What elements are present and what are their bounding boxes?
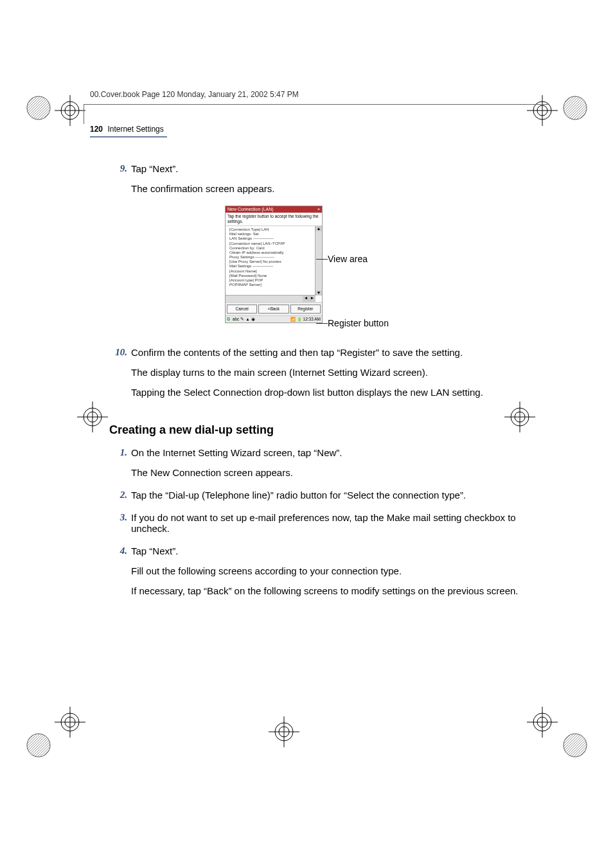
register-button[interactable]: Register [290,305,321,314]
list-item: [Account type] POP [229,278,314,283]
body-text: Tap the “Dial-up (Telephone line)” radio… [131,490,527,500]
body-text: The New Connection screen appears. [131,467,527,478]
list-item: [Use Proxy Server] No proxies [229,260,314,264]
close-icon[interactable]: × [317,207,320,212]
list-item: [Connection Type] LAN [229,227,314,232]
svg-point-30 [27,734,50,757]
running-head: 120 Internet Settings [90,125,527,137]
step-number: 1. [109,447,131,487]
list-item: [Mail Password] None [229,274,314,278]
cancel-button[interactable]: Cancel [227,305,257,314]
device-screenshot: New Connection (LAN) × Tap the register … [225,206,323,323]
status-icons: G G abc ✎ ▲ ●abc✎▲◉ [227,317,256,322]
list-item: Mail settings: Set [229,232,314,236]
svg-point-31 [564,734,587,757]
svg-point-28 [27,96,50,120]
body-text: If necessary, tap “Back” on the followin… [131,585,527,596]
hatched-circle-icon [562,732,588,758]
hatched-circle-icon [26,732,51,758]
list-item: LAN Settings ---------------- [229,236,314,241]
dialog-intro: Tap the register button to accept the fo… [226,213,322,226]
section-heading: Creating a new dial-up setting [109,423,527,437]
step-number: 9. [109,163,131,203]
body-text: Fill out the following screens according… [131,565,527,576]
body-text: Confirm the contents of the setting and … [131,347,527,358]
step-number: 2. [109,490,131,509]
body-text: The display turns to the main screen (In… [131,367,527,378]
hatched-circle-icon [562,95,588,121]
scroll-up-icon[interactable]: ▲ [315,226,322,231]
scroll-left-icon[interactable]: ◄ [303,296,309,302]
frame-header: 00.Cover.book Page 120 Monday, January 2… [90,90,527,99]
settings-list: [Connection Type] LAN Mail settings: Set… [226,226,322,288]
body-text: The confirmation screen appears. [131,183,527,194]
status-right: 📶 🔋 12:33 AM [290,317,321,322]
list-item: Proxy Settings --------------- [229,255,314,260]
list-item: Obtain IP address automatically [229,251,314,255]
step-number: 10. [109,347,131,407]
svg-point-29 [564,96,587,120]
list-item: Connection by: Card [229,246,314,251]
vertical-scrollbar[interactable]: ▲ ▼ [315,226,322,296]
reg-mark-icon [55,95,85,126]
list-item: POP/IMAP Server] [229,283,314,287]
step-number: 3. [109,512,131,543]
reg-mark-icon [269,716,299,747]
callout-view-area: View area [328,254,368,264]
horizontal-scrollbar[interactable]: ◄ ► [226,295,315,302]
list-item: Mail Settings ---------------- [229,264,314,269]
reg-mark-icon [55,707,85,738]
scroll-down-icon[interactable]: ▼ [315,290,322,296]
list-item: [Connection name] LAN–TCP/IP [229,242,314,246]
body-text: If you do not want to set up e-mail pref… [131,512,527,534]
reg-mark-icon [527,707,558,738]
step-number: 4. [109,545,131,605]
hatched-circle-icon [26,95,51,121]
page-number: 120 [90,125,103,134]
body-text: Tap “Next”. [131,163,527,174]
scroll-right-icon[interactable]: ► [309,296,315,302]
section-title: Internet Settings [107,125,163,134]
back-button[interactable]: <Back [258,305,289,314]
callout-register-button: Register button [328,318,389,328]
body-text: Tap “Next”. [131,545,527,556]
list-item: [Account Name] [229,269,314,274]
body-text: Tapping the Select Connection drop-down … [131,387,527,398]
window-title: New Connection (LAN) [227,207,274,212]
body-text: On the Internet Setting Wizard screen, t… [131,447,527,458]
